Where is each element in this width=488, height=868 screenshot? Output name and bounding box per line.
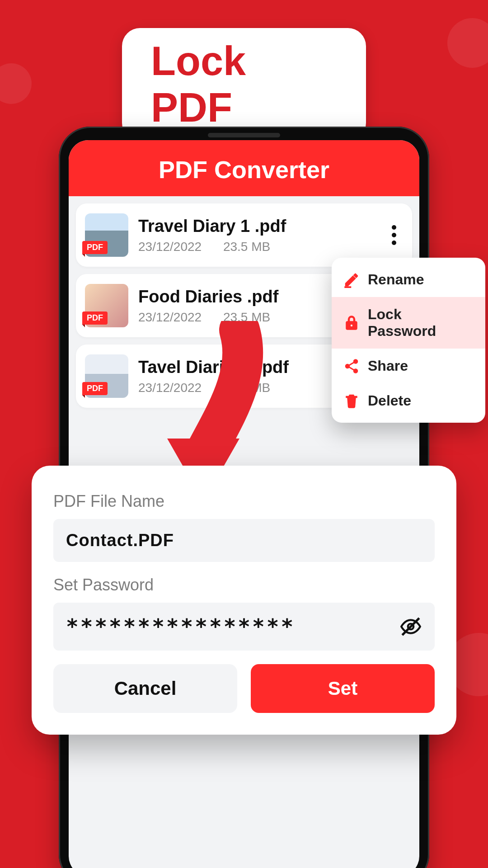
share-icon xyxy=(343,358,360,374)
set-button[interactable]: Set xyxy=(251,664,435,713)
password-input[interactable]: **************** xyxy=(53,603,435,651)
file-thumbnail: PDF xyxy=(85,354,128,398)
menu-item-label: Share xyxy=(368,358,408,374)
button-label: Set xyxy=(328,678,357,699)
svg-rect-0 xyxy=(345,287,351,288)
pdf-badge: PDF xyxy=(82,382,108,395)
menu-rename[interactable]: Rename xyxy=(332,262,485,297)
svg-point-1 xyxy=(354,359,358,363)
file-size: 23.5 MB xyxy=(223,240,270,254)
svg-point-3 xyxy=(354,369,358,373)
menu-lock-password[interactable]: Lock Password xyxy=(332,297,485,349)
menu-delete[interactable]: Delete xyxy=(332,383,485,418)
trash-icon xyxy=(343,393,360,409)
app-title: PDF Converter xyxy=(69,140,419,196)
menu-share[interactable]: Share xyxy=(332,349,485,383)
file-row[interactable]: PDF Travel Diary 1 .pdf 23/12/2022 23.5 … xyxy=(76,203,412,267)
button-label: Cancel xyxy=(114,678,177,699)
pdf-badge: PDF xyxy=(82,311,108,325)
menu-item-label: Delete xyxy=(368,392,411,409)
promo-banner-title: Lock PDF xyxy=(151,38,337,131)
file-size: 23.5 MB xyxy=(223,381,270,395)
file-date: 23/12/2022 xyxy=(138,310,202,324)
file-thumbnail: PDF xyxy=(85,213,128,257)
file-thumbnail: PDF xyxy=(85,284,128,327)
menu-item-label: Rename xyxy=(368,271,424,288)
eye-off-icon[interactable] xyxy=(399,615,422,638)
more-menu-button[interactable] xyxy=(385,222,403,248)
file-name: Travel Diary 1 .pdf xyxy=(138,217,375,236)
promo-banner: Lock PDF xyxy=(122,28,366,141)
cancel-button[interactable]: Cancel xyxy=(53,664,237,713)
file-meta: 23/12/2022 23.5 MB xyxy=(138,240,375,254)
lock-password-dialog: PDF File Name Contact.PDF Set Password *… xyxy=(32,466,456,735)
file-date: 23/12/2022 xyxy=(138,240,202,254)
file-info: Travel Diary 1 .pdf 23/12/2022 23.5 MB xyxy=(138,217,375,254)
file-date: 23/12/2022 xyxy=(138,381,202,395)
filename-label: PDF File Name xyxy=(53,492,435,511)
filename-input[interactable]: Contact.PDF xyxy=(53,519,435,562)
lock-icon xyxy=(343,315,360,331)
context-menu: Rename Lock Password Share Delete xyxy=(332,258,485,423)
menu-item-label: Lock Password xyxy=(368,306,474,340)
pdf-badge: PDF xyxy=(82,241,108,254)
file-size: 23.5 MB xyxy=(223,310,270,324)
svg-point-2 xyxy=(346,364,350,368)
pencil-icon xyxy=(343,272,360,288)
password-label: Set Password xyxy=(53,576,435,594)
filename-value: Contact.PDF xyxy=(66,531,422,550)
password-value: **************** xyxy=(66,614,399,639)
